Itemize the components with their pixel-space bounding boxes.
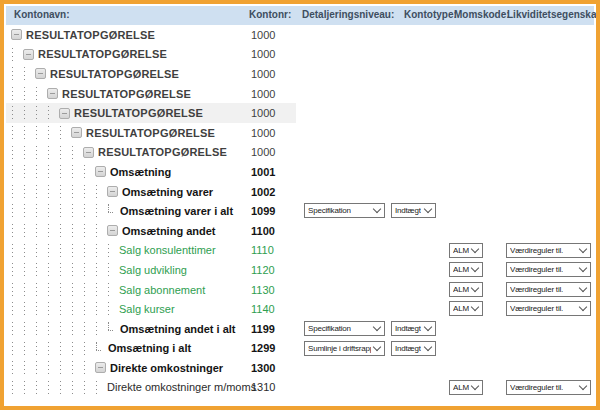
tree-row[interactable]: RESULTATOPGØRELSE1000 — [6, 84, 594, 104]
vat-code-select[interactable]: ALM — [449, 262, 483, 277]
tree-guide-line — [59, 378, 71, 398]
tree-guide-line — [83, 201, 95, 221]
account-name-label[interactable]: RESULTATOPGØRELSE — [62, 88, 191, 100]
vat-code-select[interactable]: ALM — [449, 301, 483, 316]
chevron-down-icon — [579, 244, 587, 252]
chevron-down-icon — [579, 303, 587, 311]
tree-row[interactable]: RESULTATOPGØRELSE1000 — [6, 103, 594, 123]
account-name-label[interactable]: RESULTATOPGØRELSE — [26, 29, 155, 41]
tree-row[interactable]: RESULTATOPGØRELSE1000 — [6, 64, 594, 84]
account-name-label[interactable]: Omsætning andet — [122, 225, 216, 237]
vat-code-select[interactable]: ALM — [449, 380, 483, 395]
tree-guide-line — [11, 143, 23, 163]
account-name-label[interactable]: Salg udvikling — [119, 264, 187, 276]
account-name-label[interactable]: Direkte omkostninger — [110, 362, 223, 374]
account-type-select-value: Indtægt — [395, 324, 421, 333]
liquidity-select[interactable]: Værdireguler til. — [506, 282, 591, 297]
collapse-square-icon[interactable] — [107, 186, 118, 197]
tree-guide-line — [11, 358, 23, 378]
collapse-square-icon[interactable] — [107, 225, 118, 236]
tree-guide-line — [47, 280, 59, 300]
chevron-down-icon — [424, 342, 432, 350]
chevron-down-icon — [579, 283, 587, 291]
tree-row[interactable]: Salg kurser1140ALMVærdireguler til. — [6, 299, 594, 319]
tree-row[interactable]: Omsætning1001 — [6, 162, 594, 182]
tree-guide-line — [47, 378, 59, 398]
tree-row[interactable]: Salg konsulenttimer1110ALMVærdireguler t… — [6, 241, 594, 261]
liquidity-select-value: Værdireguler til. — [510, 246, 563, 255]
tree-row[interactable]: Salg udvikling1120ALMVærdireguler til. — [6, 260, 594, 280]
tree-row[interactable]: Salg abonnement1130ALMVærdireguler til. — [6, 280, 594, 300]
tree-row[interactable]: Omsætning andet i alt1199SpecifikationIn… — [6, 319, 594, 339]
tree-guide-line — [23, 84, 35, 104]
vat-code-select[interactable]: ALM — [449, 282, 483, 297]
detail-level-select[interactable]: Sumlinje i driftsrapport — [304, 341, 385, 356]
tree-guide-line — [83, 299, 95, 319]
account-name-label[interactable]: RESULTATOPGØRELSE — [50, 68, 179, 80]
chevron-down-icon — [471, 264, 479, 272]
collapse-square-icon[interactable] — [11, 29, 22, 40]
collapse-square-icon[interactable] — [59, 108, 70, 119]
detail-level-select[interactable]: Specifikation — [304, 203, 385, 218]
tree-guide-line — [59, 123, 71, 143]
tree-guide-line — [107, 280, 119, 300]
tree-row[interactable]: Omsætning i alt1299Sumlinje i driftsrapp… — [6, 339, 594, 359]
account-name-cell: Omsætning andet i alt — [6, 319, 594, 339]
tree-guide-line — [35, 143, 47, 163]
account-name-label[interactable]: Omsætning i alt — [108, 342, 191, 354]
account-name-label[interactable]: RESULTATOPGØRELSE — [86, 127, 215, 139]
collapse-square-icon[interactable] — [35, 68, 46, 79]
liquidity-select[interactable]: Værdireguler til. — [506, 243, 591, 258]
collapse-square-icon[interactable] — [71, 127, 82, 138]
account-number: 1300 — [251, 362, 275, 374]
liquidity-select[interactable]: Værdireguler til. — [506, 380, 591, 395]
account-type-select[interactable]: Indtægt — [391, 341, 436, 356]
detail-level-select[interactable]: Specifikation — [304, 321, 385, 336]
account-name-label[interactable]: RESULTATOPGØRELSE — [98, 146, 227, 158]
account-name-label[interactable]: Salg abonnement — [119, 284, 205, 296]
collapse-square-icon[interactable] — [83, 147, 94, 158]
tree-guide-line — [71, 358, 83, 378]
collapse-square-icon[interactable] — [95, 166, 106, 177]
collapse-square-icon[interactable] — [47, 88, 58, 99]
tree-row[interactable]: RESULTATOPGØRELSE1000 — [6, 123, 594, 143]
liquidity-select[interactable]: Værdireguler til. — [506, 301, 591, 316]
chevron-down-icon — [579, 264, 587, 272]
account-number: 1001 — [251, 166, 275, 178]
account-type-select[interactable]: Indtægt — [391, 203, 436, 218]
collapse-square-icon[interactable] — [95, 362, 106, 373]
account-name-label[interactable]: Omsætning — [110, 166, 171, 178]
account-name-label[interactable]: Omsætning andet i alt — [120, 323, 236, 335]
column-header-likviditetsegenskab: Likviditetsegenskab: — [507, 9, 600, 20]
tree-guide-line — [23, 241, 35, 261]
account-name-label[interactable]: Omsætning varer — [122, 186, 213, 198]
tree-row[interactable]: RESULTATOPGØRELSE1000 — [6, 25, 594, 45]
vat-code-select[interactable]: ALM — [449, 243, 483, 258]
account-name-label[interactable]: Direkte omkostninger m/moms — [107, 381, 256, 393]
tree-row[interactable]: Direkte omkostninger1300 — [6, 358, 594, 378]
account-name-label[interactable]: Salg kurser — [119, 303, 175, 315]
tree-row[interactable]: Omsætning andet1100 — [6, 221, 594, 241]
account-name-cell: Omsætning andet — [6, 221, 594, 241]
vat-code-select-value: ALM — [453, 285, 469, 294]
liquidity-select-value: Værdireguler til. — [510, 285, 563, 294]
account-number: 1120 — [251, 264, 275, 276]
tree-row[interactable]: Omsætning varer i alt1099SpecifikationIn… — [6, 201, 594, 221]
account-name-label[interactable]: RESULTATOPGØRELSE — [38, 48, 167, 60]
collapse-square-icon[interactable] — [23, 49, 34, 60]
tree-guide-line — [95, 221, 107, 241]
tree-guide-line — [23, 201, 35, 221]
tree-guide-line — [95, 299, 107, 319]
account-number: 1130 — [251, 284, 275, 296]
account-name-label[interactable]: RESULTATOPGØRELSE — [74, 107, 203, 119]
tree-row[interactable]: RESULTATOPGØRELSE1000 — [6, 45, 594, 65]
liquidity-select[interactable]: Værdireguler til. — [506, 262, 591, 277]
tree-row[interactable]: Omsætning varer1002 — [6, 182, 594, 202]
table-header: Kontonavn:Kontonr:Detaljeringsniveau:Kon… — [6, 6, 594, 25]
tree-guide-line — [35, 123, 47, 143]
tree-row[interactable]: RESULTATOPGØRELSE1000 — [6, 143, 594, 163]
account-name-label[interactable]: Salg konsulenttimer — [119, 244, 216, 256]
account-name-label[interactable]: Omsætning varer i alt — [120, 205, 233, 217]
account-type-select[interactable]: Indtægt — [391, 321, 436, 336]
tree-row[interactable]: Direkte omkostninger m/moms1310ALMVærdir… — [6, 378, 594, 398]
